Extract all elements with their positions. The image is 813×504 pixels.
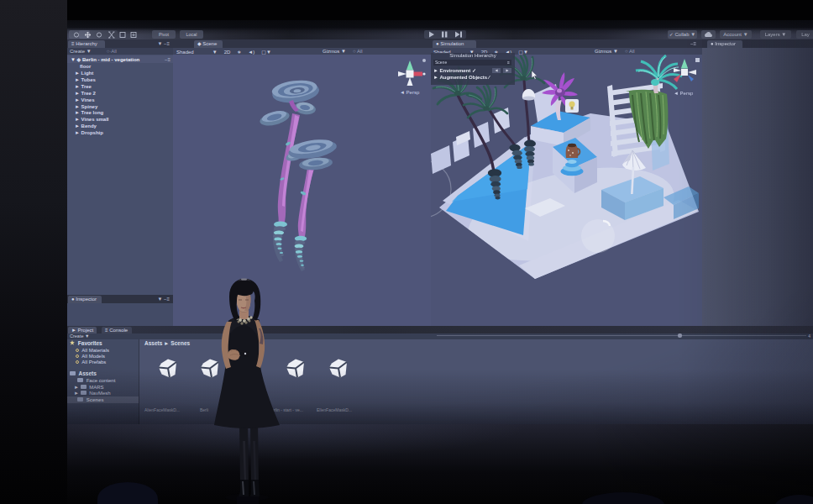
- svg-text:◄ Persp: ◄ Persp: [674, 91, 694, 96]
- svg-text:◄ Persp: ◄ Persp: [400, 90, 420, 95]
